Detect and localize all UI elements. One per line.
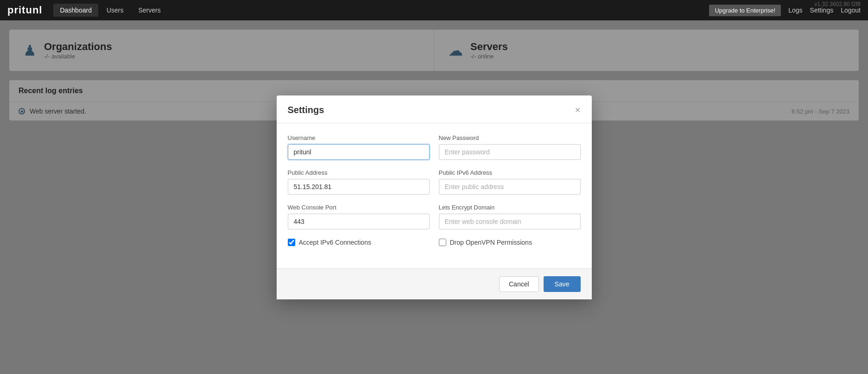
- accept-ipv6-label: Accept IPv6 Connections: [299, 239, 371, 246]
- modal-overlay: Settings × Username New Password: [0, 20, 868, 374]
- public-ipv6-input[interactable]: [439, 179, 581, 195]
- username-label: Username: [288, 134, 430, 141]
- nav-link-servers[interactable]: Servers: [132, 4, 167, 17]
- accept-ipv6-checkbox[interactable]: [288, 239, 295, 246]
- form-group-password: New Password: [439, 134, 581, 160]
- accept-ipv6-group: Accept IPv6 Connections: [288, 239, 430, 246]
- modal-body: Username New Password Public Address: [277, 123, 592, 268]
- drop-openvpn-checkbox[interactable]: [439, 239, 446, 246]
- nav-link-users[interactable]: Users: [100, 4, 130, 17]
- new-password-label: New Password: [439, 134, 581, 141]
- drop-openvpn-group: Drop OpenVPN Permissions: [439, 239, 581, 246]
- public-address-input[interactable]: [288, 179, 430, 195]
- save-button[interactable]: Save: [544, 276, 581, 292]
- checkbox-row: Accept IPv6 Connections Drop OpenVPN Per…: [288, 239, 581, 246]
- logs-link[interactable]: Logs: [788, 6, 802, 14]
- nav-link-dashboard[interactable]: Dashboard: [53, 4, 98, 17]
- logout-link[interactable]: Logout: [841, 6, 861, 14]
- settings-link[interactable]: Settings: [810, 6, 834, 14]
- upgrade-button[interactable]: Upgrade to Enterprise!: [709, 5, 781, 16]
- modal-header: Settings ×: [277, 95, 592, 123]
- form-group-public-address: Public Address: [288, 169, 430, 195]
- form-group-console-port: Web Console Port: [288, 204, 430, 229]
- modal-footer: Cancel Save: [277, 268, 592, 299]
- form-group-ipv6-address: Public IPv6 Address: [439, 169, 581, 195]
- navbar: pritunl Dashboard Users Servers Upgrade …: [0, 0, 868, 20]
- nav-links: Dashboard Users Servers: [53, 4, 167, 17]
- console-port-label: Web Console Port: [288, 204, 430, 211]
- form-group-username: Username: [288, 134, 430, 160]
- username-input[interactable]: [288, 144, 430, 160]
- modal-close-button[interactable]: ×: [575, 105, 581, 114]
- public-address-label: Public Address: [288, 169, 430, 176]
- public-ipv6-label: Public IPv6 Address: [439, 169, 581, 176]
- cancel-button[interactable]: Cancel: [499, 276, 539, 292]
- lets-encrypt-input[interactable]: [439, 214, 581, 229]
- brand-logo: pritunl: [7, 4, 42, 16]
- form-row-credentials: Username New Password: [288, 134, 581, 160]
- main-content: ♟ Organizations -/- available ☁ Servers …: [0, 20, 868, 374]
- drop-openvpn-label: Drop OpenVPN Permissions: [450, 239, 532, 246]
- form-row-console: Web Console Port Lets Encrypt Domain: [288, 204, 581, 229]
- settings-modal: Settings × Username New Password: [277, 95, 592, 299]
- modal-title: Settings: [288, 105, 324, 115]
- lets-encrypt-label: Lets Encrypt Domain: [439, 204, 581, 211]
- version-text: v1.32.3602.80 f2f8: [815, 1, 861, 7]
- new-password-input[interactable]: [439, 144, 581, 160]
- form-group-lets-encrypt: Lets Encrypt Domain: [439, 204, 581, 229]
- console-port-input[interactable]: [288, 214, 430, 229]
- form-row-addresses: Public Address Public IPv6 Address: [288, 169, 581, 195]
